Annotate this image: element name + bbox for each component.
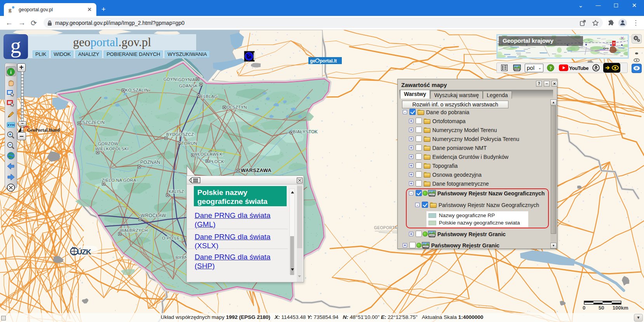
svg-text:GORZÓW: GORZÓW	[98, 141, 118, 146]
svg-text:BIAŁYSTOK: BIAŁYSTOK	[293, 129, 318, 134]
svg-text:ELBLĄG: ELBLĄG	[200, 94, 218, 99]
svg-text:GDYNIA: GDYNIA	[178, 77, 195, 82]
svg-text:Gro: Gro	[603, 47, 609, 50]
svg-text:WŁOCŁAWEK: WŁOCŁAWEK	[194, 152, 223, 157]
svg-text:?: ?	[550, 65, 552, 71]
svg-text:YouTube: YouTube	[569, 65, 588, 71]
svg-text:wms: wms	[513, 68, 520, 71]
svg-text:wms: wms	[422, 246, 429, 249]
svg-text:i: i	[10, 69, 12, 75]
svg-text:ge: ge	[310, 58, 315, 64]
svg-text:WIELKOPOLSKI: WIELKOPOLSKI	[95, 146, 129, 151]
svg-text:XYH: XYH	[7, 123, 15, 127]
svg-text:PŁOCK: PŁOCK	[209, 159, 224, 164]
svg-text:portal.lt: portal.lt	[320, 58, 337, 64]
svg-text:ZIELO NA GÓRA: ZIELO NA GÓRA	[102, 178, 136, 183]
svg-text:GDAŃSK: GDAŃSK	[179, 84, 198, 88]
svg-text:WARSZAWA: WARSZAWA	[241, 167, 272, 173]
svg-text:GeoPortal.Bund: GeoPortal.Bund	[27, 127, 60, 133]
svg-text:KALISZ: KALISZ	[169, 189, 184, 194]
svg-text:50: 50	[599, 305, 604, 311]
svg-text:KO SZALIN: KO SZALIN	[125, 88, 148, 92]
svg-text:WAŁBRZYCH: WAŁBRZYCH	[120, 228, 148, 233]
svg-text:BYDGOSZCZ: BYDGOSZCZ	[166, 132, 194, 137]
svg-text:TORUŃ: TORUŃ	[181, 141, 197, 146]
svg-text:O PO LE: O PO LE	[162, 236, 180, 240]
svg-text:SZCZECIN: SZCZECIN	[82, 120, 104, 125]
svg-text:0: 0	[583, 305, 585, 311]
svg-text:ÚZK: ÚZK	[77, 248, 91, 256]
svg-text:OLSZTYN: OLSZTYN	[226, 105, 247, 110]
svg-text:WROCŁAW: WROCŁAW	[141, 213, 166, 218]
svg-text:100km: 100km	[613, 305, 628, 311]
svg-text:POZNAN: POZNAN	[140, 160, 160, 165]
svg-text:R: R	[613, 42, 616, 45]
svg-text:wms: wms	[428, 235, 435, 237]
